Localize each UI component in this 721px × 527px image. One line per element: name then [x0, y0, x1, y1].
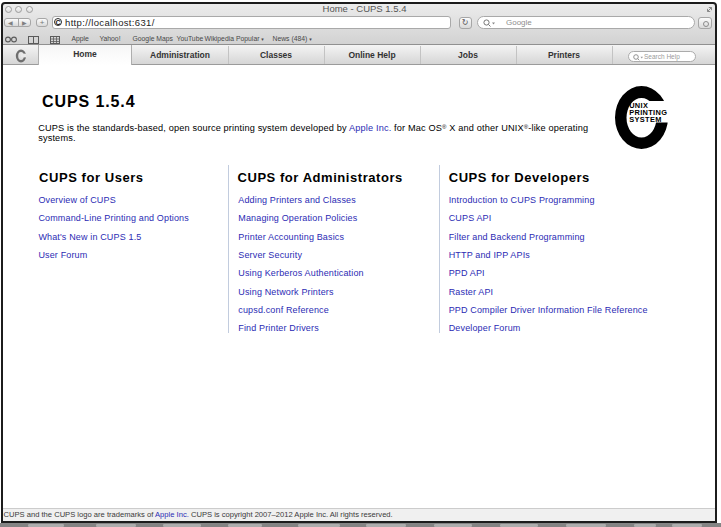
svg-text:SYSTEM: SYSTEM [629, 115, 662, 124]
